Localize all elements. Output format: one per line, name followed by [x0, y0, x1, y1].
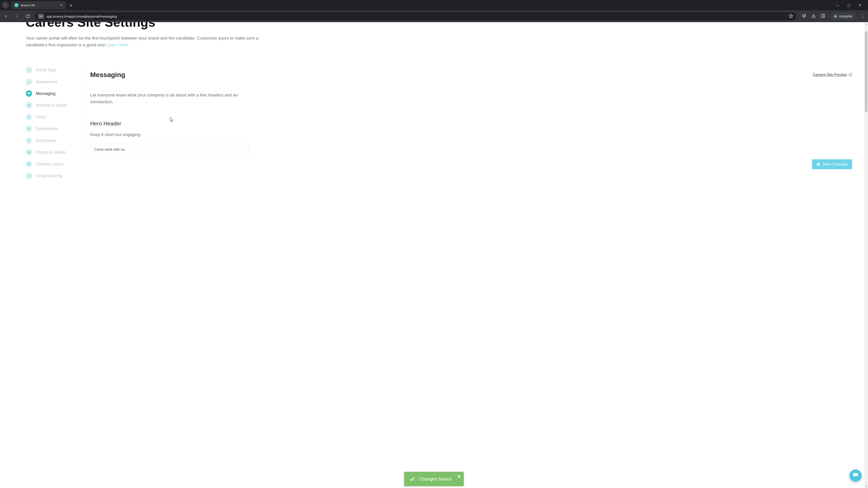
side-panel-icon[interactable]	[821, 13, 825, 19]
nav-forward-button[interactable]	[13, 12, 21, 20]
sidebar-item-label: Messaging	[36, 91, 55, 96]
address-bar: app.breezy.hr/app/c/moodjoy/portal/messa…	[0, 10, 868, 22]
toast-label: Changes Saved	[419, 477, 451, 482]
browser-chrome: Breezy HR × ＋ — ▢ ✕ app.breezy.hr/app/c/…	[0, 0, 868, 22]
panel-title: Messaging	[90, 71, 125, 78]
careers-site-preview-link[interactable]: Careers Site Preview	[813, 73, 852, 77]
window-minimize-icon[interactable]: —	[835, 3, 840, 7]
incognito-label: Incognito	[839, 14, 852, 18]
site-info-icon[interactable]	[38, 14, 44, 19]
tab-close-icon[interactable]: ×	[60, 3, 62, 7]
sidebar-item-label: Website & Social	[36, 103, 66, 108]
sidebar-item-label: Perks	[36, 115, 46, 120]
content-layout-icon	[26, 161, 32, 167]
svg-point-12	[29, 140, 30, 141]
hero-header-input[interactable]	[90, 144, 248, 155]
sidebar-item-content-layout[interactable]: Content Layout	[26, 158, 82, 170]
check-icon	[409, 476, 415, 482]
sidebar-item-label: Appearance	[36, 79, 58, 84]
tab-search-dropdown[interactable]	[2, 2, 9, 9]
page-intro: Your career portal will often be the fir…	[26, 35, 261, 48]
sidebar-item-appearance[interactable]: Appearance	[26, 76, 82, 88]
svg-point-19	[29, 176, 30, 177]
sidebar-item-label: Content Layout	[36, 162, 63, 166]
scroll-up-arrow-icon[interactable]: ▲	[865, 23, 868, 25]
svg-marker-11	[28, 116, 30, 118]
bookmark-star-icon[interactable]	[789, 14, 793, 19]
svg-point-8	[836, 16, 837, 18]
svg-point-0	[40, 16, 40, 17]
svg-rect-15	[29, 163, 30, 164]
sidebar-item-portal-type[interactable]: Portal Type	[26, 64, 82, 76]
svg-line-20	[850, 73, 852, 75]
learn-more-link[interactable]: Learn More	[107, 42, 129, 47]
tab-favicon	[14, 3, 19, 7]
svg-rect-16	[29, 164, 30, 165]
preview-link-label: Careers Site Preview	[813, 73, 847, 77]
sidebar-item-website-social[interactable]: Website & Social	[26, 99, 82, 111]
scrollbar-thumb[interactable]	[865, 31, 868, 112]
address-input[interactable]: app.breezy.hr/app/c/moodjoy/portal/messa…	[35, 12, 796, 20]
new-tab-button[interactable]: ＋	[68, 2, 74, 8]
sidebar-item-label: Photos & Videos	[36, 150, 66, 155]
page-title: Careers Site Settings	[26, 22, 859, 29]
sidebar-item-label: Portal Type	[36, 68, 56, 72]
photos-videos-icon	[26, 149, 32, 156]
downloads-icon[interactable]	[811, 13, 816, 19]
messaging-panel: Messaging Careers Site Preview Let every…	[82, 64, 859, 162]
tab-title: Breezy HR	[21, 4, 35, 7]
svg-rect-14	[28, 163, 29, 165]
appearance-icon	[26, 78, 32, 85]
nav-reload-button[interactable]	[24, 12, 32, 20]
website-social-icon	[26, 102, 32, 108]
changes-saved-toast: Changes Saved ✖	[404, 472, 464, 486]
social-sharing-icon	[26, 173, 32, 179]
svg-point-1	[41, 16, 42, 17]
svg-point-18	[29, 175, 30, 175]
toast-close-icon[interactable]: ✖	[457, 474, 461, 479]
sidebar-item-employees[interactable]: Employees	[26, 135, 82, 147]
chat-icon	[852, 473, 859, 479]
save-icon	[816, 162, 820, 166]
nav-back-button[interactable]	[2, 12, 10, 20]
sidebar-item-label: Social Sharing	[36, 173, 62, 178]
employees-icon	[26, 137, 32, 144]
svg-rect-13	[28, 152, 30, 153]
panel-intro: Let everyone know what your company is a…	[90, 92, 246, 105]
url-text: app.breezy.hr/app/c/moodjoy/portal/messa…	[46, 14, 786, 18]
external-link-icon	[848, 73, 852, 76]
sidebar-item-testimonials[interactable]: Testimonials	[26, 123, 82, 135]
messaging-icon	[26, 90, 32, 97]
svg-rect-5	[822, 14, 825, 17]
svg-marker-3	[789, 14, 793, 18]
hero-header-title: Hero Header	[90, 121, 852, 127]
window-close-icon[interactable]: ✕	[858, 3, 863, 7]
extensions-icon[interactable]	[802, 13, 806, 19]
svg-point-17	[28, 175, 29, 176]
settings-side-nav: Portal Type Appearance Messaging Website…	[26, 64, 82, 182]
sidebar-item-photos-videos[interactable]: Photos & Videos	[26, 147, 82, 158]
page-viewport: Careers Site Settings Your career portal…	[0, 22, 868, 488]
hero-header-sub: Keep it short but engaging.	[90, 132, 852, 137]
browser-tab[interactable]: Breezy HR ×	[11, 1, 66, 9]
toolbar-icons: Incognito ⋮	[802, 12, 866, 20]
svg-point-7	[834, 16, 835, 18]
viewport-scrollbar[interactable]: ▲ ▼	[864, 22, 868, 488]
sidebar-item-perks[interactable]: Perks	[26, 111, 82, 123]
sidebar-item-label: Testimonials	[36, 127, 58, 131]
page-intro-text: Your career portal will often be the fir…	[26, 36, 258, 47]
chrome-menu-icon[interactable]: ⋮	[860, 14, 866, 19]
save-changes-button[interactable]: Save Changes	[812, 159, 852, 169]
svg-point-9	[28, 69, 30, 71]
window-controls: — ▢ ✕	[835, 3, 866, 7]
intercom-launcher[interactable]	[849, 469, 862, 482]
tab-strip: Breezy HR × ＋ — ▢ ✕	[0, 0, 868, 10]
incognito-indicator[interactable]: Incognito	[830, 12, 855, 20]
window-maximize-icon[interactable]: ▢	[846, 3, 851, 7]
sidebar-item-messaging[interactable]: Messaging	[26, 88, 82, 99]
testimonials-icon	[26, 126, 32, 132]
sidebar-item-label: Employees	[36, 138, 56, 143]
svg-point-10	[28, 104, 30, 106]
sidebar-item-social-sharing[interactable]: Social Sharing	[26, 170, 82, 182]
scroll-down-arrow-icon[interactable]: ▼	[865, 485, 868, 488]
